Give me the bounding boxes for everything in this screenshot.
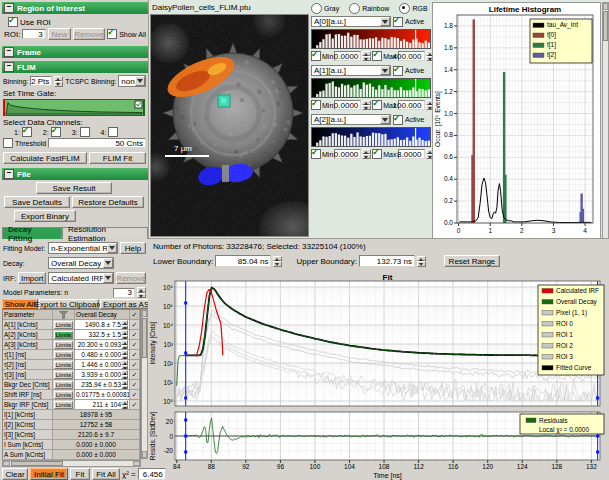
lower-boundary-field[interactable]: 85.04 ns	[215, 255, 271, 267]
param-fit-checkbox[interactable]: ✓	[130, 360, 140, 370]
fitting-model-dropdown[interactable]: n-Exponential Reconvolution	[48, 242, 118, 254]
param-value-cell[interactable]: 1.446 ± 0.000	[75, 360, 130, 370]
param-fit-checkbox[interactable]: ✓	[130, 380, 140, 390]
reset-range-button[interactable]: Reset Range	[444, 255, 500, 267]
tab-resolution-estimation[interactable]: Resolution Estimation	[62, 227, 148, 239]
decay-dropdown[interactable]: Overall Decay	[48, 257, 114, 269]
limits-button[interactable]: Limits	[54, 321, 73, 329]
channel-active-checkbox[interactable]	[393, 66, 403, 76]
irf-import-button[interactable]: Import	[18, 272, 46, 284]
param-fit-checkbox[interactable]: ✓	[130, 370, 140, 380]
channel-histogram[interactable]	[311, 78, 431, 98]
chevron-down-icon[interactable]	[107, 243, 117, 253]
value-stepper[interactable]	[121, 400, 128, 409]
max-field[interactable]: 400.000	[398, 51, 425, 61]
check-col-header[interactable]: ✓	[130, 310, 140, 320]
threshold-checkbox[interactable]	[3, 138, 13, 148]
param-value-cell[interactable]: 0.01775 ± 0.00081	[75, 390, 130, 400]
upper-boundary-stepper[interactable]	[417, 256, 426, 267]
tab-decay-fitting[interactable]: Decay Fitting	[2, 227, 62, 239]
value-stepper[interactable]	[121, 330, 128, 339]
remove-roi-button[interactable]: Remove	[73, 28, 105, 40]
display-mode-radio-rainbow[interactable]	[349, 3, 360, 14]
value-stepper[interactable]	[121, 380, 128, 389]
model-parameters-field[interactable]: 3	[113, 288, 135, 298]
clear-button[interactable]: Clear	[2, 468, 28, 480]
limits-button[interactable]: Limits	[54, 361, 73, 369]
param-col-header[interactable]: Parameter	[3, 310, 53, 320]
time-gate-graph[interactable]	[3, 99, 145, 116]
chevron-down-icon[interactable]	[380, 115, 390, 124]
collapse-icon[interactable]: −	[4, 3, 14, 13]
param-value-cell[interactable]: 332.5 ± 1.5	[75, 330, 130, 340]
min-field[interactable]: 0.0000	[334, 51, 361, 61]
export-clipboard-button[interactable]: Export to Clipboard	[39, 299, 99, 309]
model-parameters-stepper[interactable]	[137, 287, 146, 298]
param-fit-checkbox[interactable]: ✓	[130, 390, 140, 400]
value-stepper[interactable]	[121, 350, 128, 359]
export-binary-button[interactable]: Export Binary	[14, 210, 76, 222]
tcspc-binning-dropdown[interactable]: none	[118, 75, 146, 87]
param-fit-checkbox[interactable]: ✓	[130, 350, 140, 360]
calculate-fastflim-button[interactable]: Calculate FastFLIM	[3, 152, 87, 164]
channel-histogram[interactable]	[311, 29, 431, 49]
collapse-icon[interactable]: −	[4, 47, 14, 57]
upper-boundary-field[interactable]: 132.73 ns	[359, 255, 415, 267]
fit-all-button[interactable]: Fit All	[92, 468, 120, 480]
show-all-checkbox[interactable]	[107, 29, 117, 39]
limits-button[interactable]: Limits	[54, 381, 73, 389]
chevron-down-icon[interactable]	[103, 258, 113, 268]
threshold-field[interactable]: 50 Cnts	[48, 138, 146, 148]
fit-chart[interactable]: 84889296100104108112116120124128132Time …	[148, 273, 609, 480]
display-mode-radio-gray[interactable]	[311, 3, 322, 14]
min-stepper[interactable]	[362, 51, 371, 61]
help-button[interactable]: Help	[120, 242, 146, 254]
channel-source-dropdown[interactable]: A[2][a.u.]	[311, 114, 391, 125]
param-value-cell[interactable]: 3.939 ± 0.000	[75, 370, 130, 380]
limits-button[interactable]: Limits	[54, 371, 73, 379]
binning-stepper[interactable]	[54, 76, 63, 87]
irf-dropdown[interactable]: Calculated IRF	[48, 272, 114, 284]
chevron-down-icon[interactable]	[380, 17, 390, 26]
min-field[interactable]: 0.0000	[334, 100, 361, 110]
min-checkbox[interactable]	[311, 100, 321, 110]
min-stepper[interactable]	[362, 149, 371, 159]
value-stepper[interactable]	[121, 320, 128, 329]
max-field[interactable]: 100.000	[398, 100, 425, 110]
value-stepper[interactable]	[121, 340, 128, 349]
specimen-image[interactable]: 7 µm	[151, 15, 308, 236]
param-value-cell[interactable]: 1490.8 ± 7.5	[75, 320, 130, 330]
min-checkbox[interactable]	[311, 51, 321, 61]
min-stepper[interactable]	[362, 100, 371, 110]
limits-button[interactable]: Limits	[54, 401, 73, 409]
value-stepper[interactable]	[121, 370, 128, 379]
max-checkbox[interactable]	[372, 100, 382, 110]
chevron-down-icon[interactable]	[135, 76, 145, 86]
limits-button[interactable]: Limits	[54, 331, 73, 339]
initial-fit-button[interactable]: Initial Fit	[30, 468, 68, 480]
data-channel-checkbox[interactable]	[22, 127, 32, 137]
limits-button[interactable]: Limits	[54, 391, 73, 399]
param-value-cell[interactable]: 20.300 ± 0.093	[75, 340, 130, 350]
irf-remove-button[interactable]: Remove	[116, 272, 146, 284]
collapse-icon[interactable]: −	[4, 62, 14, 72]
new-roi-button[interactable]: New	[48, 28, 71, 40]
chevron-down-icon[interactable]	[380, 66, 390, 75]
data-channel-checkbox[interactable]	[80, 127, 90, 137]
chevron-down-icon[interactable]	[103, 273, 113, 283]
max-checkbox[interactable]	[372, 149, 382, 159]
table-hscrollbar[interactable]	[2, 460, 141, 467]
channel-source-dropdown[interactable]: A[0][a.u.]	[311, 16, 391, 27]
channel-active-checkbox[interactable]	[393, 115, 403, 125]
param-value-cell[interactable]: 0.480 ± 0.000	[75, 350, 130, 360]
use-roi-checkbox[interactable]	[8, 17, 18, 27]
data-channel-checkbox[interactable]	[108, 127, 118, 137]
time-gate-checkbox[interactable]	[135, 101, 142, 108]
value-stepper[interactable]	[121, 360, 128, 369]
show-all-button[interactable]: Show All	[2, 299, 38, 309]
lower-boundary-stepper[interactable]	[273, 256, 282, 267]
collapse-icon[interactable]: −	[4, 169, 14, 179]
min-checkbox[interactable]	[311, 149, 321, 159]
display-mode-radio-rgb[interactable]	[399, 3, 410, 14]
param-fit-checkbox[interactable]: ✓	[130, 320, 140, 330]
